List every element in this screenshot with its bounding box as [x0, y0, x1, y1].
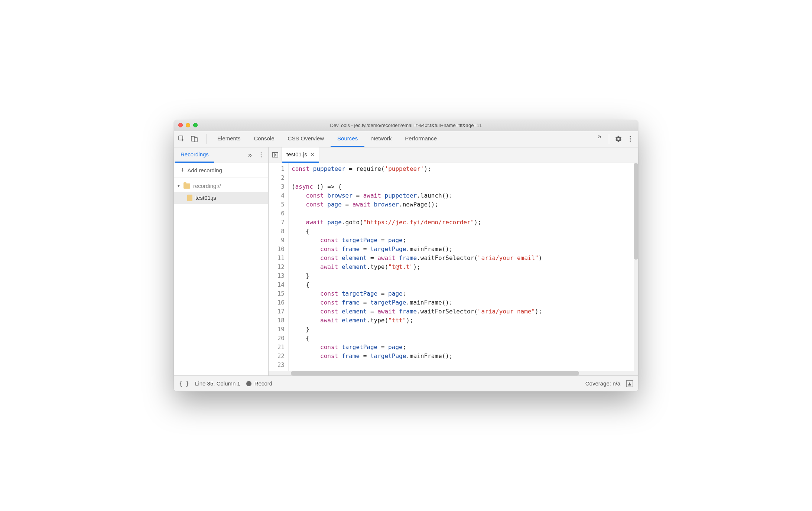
svg-point-5	[630, 140, 631, 141]
close-window-button[interactable]	[178, 123, 183, 127]
main-toolbar: ElementsConsoleCSS OverviewSourcesNetwor…	[174, 131, 638, 147]
inspect-element-icon[interactable]	[176, 133, 187, 144]
sidebar-kebab-icon[interactable]	[256, 147, 267, 163]
panel-tab-performance[interactable]: Performance	[398, 131, 444, 147]
tree-folder-row[interactable]: ▼ recording://	[174, 180, 268, 192]
close-tab-icon[interactable]: ✕	[310, 152, 315, 157]
minimize-window-button[interactable]	[186, 123, 190, 127]
kebab-menu-icon[interactable]	[625, 133, 636, 144]
status-bar: { } Line 35, Column 1 Record Coverage: n…	[174, 376, 638, 391]
scroll-to-top-icon[interactable]: ▲	[626, 380, 633, 387]
overflow-tabs-icon[interactable]: »	[594, 131, 605, 142]
folder-icon	[183, 183, 190, 189]
tree-folder-label: recording://	[193, 183, 221, 189]
panel-tabs: ElementsConsoleCSS OverviewSourcesNetwor…	[211, 131, 594, 147]
add-recording-button[interactable]: + Add recording	[174, 163, 268, 178]
plus-icon: +	[181, 166, 185, 174]
disclosure-triangle-icon: ▼	[177, 184, 181, 188]
sidebar-tab-recordings[interactable]: Recordings	[175, 147, 214, 163]
svg-point-4	[630, 138, 631, 139]
editor-pane: test01.js ✕ 1234567891011121314151617181…	[269, 147, 638, 375]
file-icon	[187, 195, 192, 201]
svg-point-8	[261, 156, 262, 157]
file-tab-bar: test01.js ✕	[269, 147, 638, 163]
tree-file-row[interactable]: test01.js	[174, 192, 268, 204]
file-tab-label: test01.js	[286, 151, 307, 157]
pretty-print-icon[interactable]: { }	[179, 380, 189, 387]
file-tree: ▼ recording:// test01.js	[174, 178, 268, 204]
device-mode-icon[interactable]	[189, 133, 200, 144]
svg-point-7	[261, 154, 262, 156]
record-dot-icon	[246, 381, 251, 386]
show-navigator-icon[interactable]	[269, 147, 282, 163]
svg-point-3	[630, 136, 631, 137]
vertical-scrollbar[interactable]	[634, 163, 638, 371]
file-tab-active[interactable]: test01.js ✕	[282, 147, 319, 163]
devtools-window: DevTools - jec.fyi/demo/recorder?email=t…	[174, 120, 638, 391]
line-gutter: 1234567891011121314151617181920212223	[269, 163, 289, 371]
panel-tab-console[interactable]: Console	[247, 131, 281, 147]
sidebar-overflow-icon[interactable]: »	[244, 147, 256, 163]
traffic-lights	[174, 123, 198, 127]
record-button[interactable]: Record	[246, 380, 272, 387]
cursor-position-label: Line 35, Column 1	[195, 380, 240, 387]
sidebar-tabs: Recordings »	[174, 147, 268, 163]
record-label: Record	[254, 380, 272, 387]
window-titlebar: DevTools - jec.fyi/demo/recorder?email=t…	[174, 120, 638, 131]
sidebar: Recordings » + Add recording ▼ recording…	[174, 147, 269, 375]
panel-tab-css-overview[interactable]: CSS Overview	[281, 131, 331, 147]
maximize-window-button[interactable]	[193, 123, 198, 127]
settings-gear-icon[interactable]	[613, 133, 624, 144]
panel-tab-network[interactable]: Network	[364, 131, 398, 147]
panel-tab-elements[interactable]: Elements	[211, 131, 247, 147]
tree-file-label: test01.js	[195, 195, 216, 201]
add-recording-label: Add recording	[188, 167, 222, 173]
coverage-label: Coverage: n/a	[585, 380, 620, 387]
code-content[interactable]: const puppeteer = require('puppeteer'); …	[289, 163, 634, 371]
svg-point-6	[261, 152, 262, 153]
window-title: DevTools - jec.fyi/demo/recorder?email=t…	[174, 123, 638, 128]
svg-rect-2	[194, 137, 197, 142]
horizontal-scrollbar[interactable]	[269, 371, 638, 375]
panel-tab-sources[interactable]: Sources	[331, 131, 364, 147]
code-editor[interactable]: 1234567891011121314151617181920212223 co…	[269, 163, 638, 371]
